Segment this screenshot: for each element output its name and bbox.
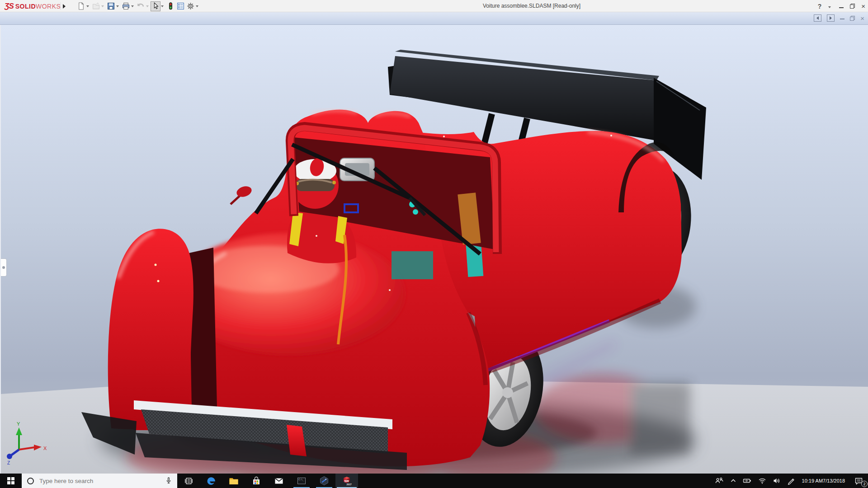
open-button[interactable] [91,1,101,11]
brand-solid: SOLID [15,3,36,10]
undo-dropdown[interactable] [146,5,149,7]
feature-tree-collapse-tab[interactable] [1,258,7,277]
windows-taskbar: C:\_ SW 2017 [0,474,868,488]
svg-text:X: X [43,446,47,451]
window-title: Voiture assomblee.SLDASM [Read-only] [483,3,580,9]
quick-access-toolbar [76,1,200,11]
document-minimize-button[interactable] [840,16,844,20]
help-dropdown[interactable] [828,6,831,8]
new-document-icon [77,2,85,10]
select-button[interactable] [151,1,160,11]
document-window-bar: × [0,12,868,25]
new-document-button[interactable] [76,1,86,11]
save-dropdown[interactable] [116,5,119,7]
speaker-icon [773,477,781,484]
undo-icon [137,2,145,10]
save-floppy-icon [107,2,115,10]
save-button[interactable] [106,1,116,11]
people-icon [715,477,724,485]
solidworks-logo: ƷS SOLIDWORKS [5,0,61,12]
3d-viewport[interactable]: Y X Z [1,25,868,474]
document-close-button[interactable]: × [860,15,864,22]
pen-button[interactable] [784,474,798,488]
tab-handle-dot [2,266,5,269]
menu-flyout-arrow-icon[interactable] [60,2,67,10]
edge-button[interactable] [200,474,222,488]
options-dropdown[interactable] [196,5,198,7]
new-document-dropdown[interactable] [86,5,89,7]
start-button[interactable] [0,474,22,488]
open-dropdown[interactable] [101,5,104,7]
svg-text:2017: 2017 [347,483,352,486]
document-restore-button[interactable] [850,16,855,21]
store-button[interactable] [245,474,268,488]
select-dropdown[interactable] [161,5,164,7]
notification-badge: 2 [861,481,868,487]
battery-button[interactable] [740,474,755,488]
options-button[interactable] [185,1,195,11]
edrawings-button[interactable] [313,474,335,488]
mail-button[interactable] [268,474,290,488]
brand-works: WORKS [36,3,61,10]
clock[interactable]: 10:19 AM 7/13/2018 [798,474,849,488]
print-dropdown[interactable] [131,5,134,7]
print-icon [122,2,130,10]
hexagon-app-icon [319,476,329,486]
cortana-icon [27,478,34,484]
title-bar: ƷS SOLIDWORKS [0,0,868,12]
minimize-button[interactable] [839,4,844,9]
windows-logo-icon [7,477,14,484]
command-prompt-icon: C:\_ [297,476,307,486]
tray-time: 10:19 AM [802,478,823,484]
svg-text:C:\_: C:\_ [298,478,304,481]
solidworks-window: ƷS SOLIDWORKS [0,0,868,488]
task-view-icon [184,476,193,486]
battery-icon [743,477,752,484]
ds-logo-icon: ƷS [5,2,14,11]
window-controls: ? × [818,0,865,12]
undo-button[interactable] [136,1,146,11]
display-pane-icon [177,2,184,10]
svg-text:Y: Y [17,421,20,427]
select-cursor-icon [152,2,160,10]
task-view-button[interactable] [177,474,200,488]
svg-text:Z: Z [7,460,10,465]
microphone-icon[interactable] [165,477,173,485]
document-window-controls: × [814,14,864,22]
help-icon[interactable]: ? [818,3,822,10]
show-hidden-icons-button[interactable] [727,474,740,488]
people-button[interactable] [712,474,727,488]
svg-text:SW: SW [344,479,349,483]
tray-date: 7/13/2018 [823,478,845,484]
folder-icon [229,476,239,486]
pen-icon [787,477,795,485]
action-center-button[interactable]: 2 [849,474,868,488]
solidworks-taskbar-button[interactable]: SW 2017 [335,474,358,488]
taskbar-search[interactable] [22,474,177,488]
wifi-button[interactable] [755,474,769,488]
close-button[interactable]: × [861,3,865,9]
print-button[interactable] [121,1,131,11]
file-explorer-button[interactable] [222,474,245,488]
graphics-area[interactable]: Y X Z *Dimetric [0,25,868,474]
store-icon [251,476,261,486]
mail-icon [274,476,284,486]
system-tray: 10:19 AM 7/13/2018 2 [712,474,868,488]
open-folder-icon [92,2,100,10]
edge-icon [206,476,216,486]
command-prompt-button[interactable]: C:\_ [290,474,313,488]
traffic-light-icon [167,2,175,10]
wifi-icon [758,477,766,484]
search-input[interactable] [39,478,165,484]
chevron-up-icon [730,478,736,484]
next-view-button[interactable] [827,14,835,22]
previous-view-button[interactable] [814,14,821,22]
gear-icon [187,2,194,10]
view-settings-button[interactable] [165,1,175,11]
solidworks-app-icon: SW 2017 [341,475,352,486]
restore-button[interactable] [850,4,855,9]
volume-button[interactable] [769,474,784,488]
display-pane-button[interactable] [175,1,185,11]
